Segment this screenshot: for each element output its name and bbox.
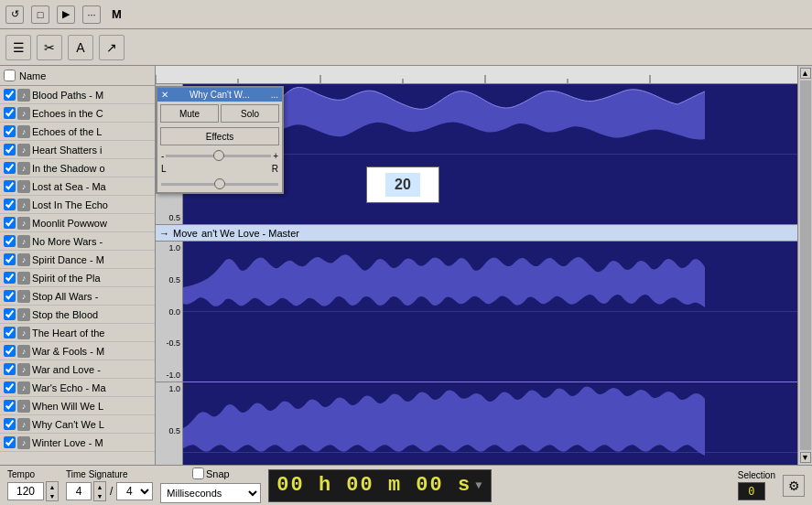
- track-item[interactable]: ♪ Stop the Blood: [0, 306, 155, 324]
- scroll-down-btn[interactable]: ▼: [800, 452, 811, 463]
- time-display: 00 h 00 m 00 s ▼: [268, 469, 492, 502]
- track-list: Name ♪ Blood Paths - M ♪ Echoes in the C…: [0, 66, 156, 465]
- track-icon: ♪: [17, 253, 30, 266]
- track-name: Lost at Sea - Ma: [32, 181, 106, 192]
- track-checkbox[interactable]: [4, 199, 16, 210]
- volume-slider[interactable]: [166, 149, 271, 162]
- track-checkbox[interactable]: [4, 400, 16, 412]
- track-checkbox[interactable]: [4, 381, 16, 393]
- tcp-title: Why Can't W...: [189, 90, 250, 100]
- track-item[interactable]: ♪ Winter Love - M: [0, 434, 155, 452]
- tempo-down-btn[interactable]: ▼: [47, 491, 58, 500]
- number-popup: 20: [366, 167, 439, 203]
- track-checkbox[interactable]: [4, 436, 16, 448]
- scroll-thumb[interactable]: [800, 81, 811, 450]
- track-item[interactable]: ♪ In the Shadow o: [0, 159, 155, 177]
- track-item[interactable]: ♪ Moonlit Powwow: [0, 214, 155, 232]
- track-item[interactable]: ♪ Spirit Dance - M: [0, 251, 155, 269]
- track-item[interactable]: ♪ War & Fools - M: [0, 342, 155, 360]
- track-checkbox[interactable]: [4, 144, 16, 156]
- tempo-section: Tempo ▲ ▼: [7, 469, 59, 501]
- selection-row: 0: [738, 482, 775, 500]
- track-checkbox[interactable]: [4, 418, 16, 430]
- track-item[interactable]: ♪ Blood Paths - M: [0, 86, 155, 104]
- track-checkbox[interactable]: [4, 180, 16, 192]
- track-checkbox[interactable]: [4, 162, 16, 174]
- time-sig-den-select[interactable]: 4 8 2: [116, 482, 153, 500]
- app-title: M: [112, 7, 122, 21]
- track-item[interactable]: ♪ Lost In The Echo: [0, 196, 155, 214]
- track-checkbox[interactable]: [4, 345, 16, 357]
- track-item[interactable]: ♪ When Will We L: [0, 397, 155, 415]
- mute-button[interactable]: Mute: [160, 104, 219, 123]
- track-row-2: 1.0 0.5 0.0 -0.5 -1.0: [156, 242, 797, 382]
- scroll-up-btn[interactable]: ▲: [800, 68, 811, 79]
- track-item[interactable]: ♪ Why Can't We L: [0, 415, 155, 434]
- y-label: 0.0: [168, 307, 180, 317]
- effects-button[interactable]: Effects: [160, 127, 279, 145]
- time-display-arrow[interactable]: ▼: [475, 479, 483, 492]
- track-item[interactable]: ♪ Lost at Sea - Ma: [0, 177, 155, 196]
- track-item[interactable]: ♪ The Heart of the: [0, 324, 155, 342]
- menu-tool-button[interactable]: ☰: [5, 35, 31, 60]
- track-checkbox[interactable]: [4, 89, 16, 101]
- track-icon: ♪: [17, 162, 30, 175]
- tempo-input-row: ▲ ▼: [7, 481, 59, 501]
- track-item[interactable]: ♪ Spirit of the Pla: [0, 269, 155, 287]
- track-checkbox[interactable]: [4, 253, 16, 265]
- track-icon: ♪: [17, 327, 30, 339]
- move-arrow: →: [159, 228, 169, 239]
- track-checkbox[interactable]: [4, 290, 16, 302]
- track-checkbox[interactable]: [4, 272, 16, 284]
- undo-button[interactable]: ↺: [5, 5, 24, 24]
- tempo-up-btn[interactable]: ▲: [47, 482, 58, 491]
- track-icon: ♪: [17, 199, 30, 211]
- time-sig-num-down[interactable]: ▼: [94, 491, 105, 500]
- track-checkbox[interactable]: [4, 308, 16, 320]
- track-item[interactable]: ♪ Echoes in the C: [0, 104, 155, 123]
- time-sig-num-input[interactable]: [66, 482, 92, 500]
- text-tool-button[interactable]: A: [68, 35, 93, 60]
- track-checkbox[interactable]: [4, 363, 16, 375]
- tcp-more-btn[interactable]: ...: [271, 90, 278, 100]
- tempo-spinner[interactable]: ▲ ▼: [46, 481, 59, 501]
- right-scrollbar[interactable]: ▲ ▼: [797, 66, 812, 465]
- track-row-3: 1.0 0.5 0.0 -0.5: [156, 382, 797, 465]
- track-item[interactable]: ♪ Heart Shatters i: [0, 141, 155, 159]
- play-button[interactable]: ▶: [57, 5, 75, 24]
- move-label: Move: [173, 228, 198, 239]
- track-item[interactable]: ♪ No More Wars -: [0, 232, 155, 251]
- ruler: [156, 66, 797, 84]
- tcp-close-btn[interactable]: ✕: [161, 90, 168, 100]
- track-icon: ♪: [17, 363, 30, 376]
- tempo-input[interactable]: [7, 482, 44, 500]
- select-all-checkbox[interactable]: [4, 70, 16, 81]
- cut-tool-button[interactable]: ✂: [37, 35, 62, 60]
- volume-minus-label: -: [161, 151, 164, 161]
- track-item[interactable]: ♪ Echoes of the L: [0, 123, 155, 141]
- track-checkbox[interactable]: [4, 235, 16, 247]
- name-column-header: Name: [19, 70, 46, 81]
- bottom-toolbar: Tempo ▲ ▼ Time Signature ▲ ▼ / 4 8 2: [0, 465, 812, 505]
- pan-slider[interactable]: [161, 177, 278, 190]
- settings-button[interactable]: ⚙: [783, 475, 805, 497]
- solo-button[interactable]: Solo: [221, 104, 279, 123]
- more-button[interactable]: ···: [82, 5, 101, 24]
- track-checkbox[interactable]: [4, 217, 16, 229]
- track-name: Echoes of the L: [32, 126, 102, 137]
- track-checkbox[interactable]: [4, 107, 16, 119]
- track-checkbox[interactable]: [4, 327, 16, 338]
- time-sig-num-up[interactable]: ▲: [94, 482, 105, 491]
- track-item[interactable]: ♪ War's Echo - Ma: [0, 379, 155, 397]
- y-label: -0.5: [166, 338, 180, 348]
- snap-checkbox[interactable]: [192, 467, 204, 479]
- new-button[interactable]: □: [31, 5, 49, 24]
- milliseconds-select[interactable]: Milliseconds Seconds Minutes Bars Sample…: [160, 483, 261, 503]
- time-sig-num-spinner[interactable]: ▲ ▼: [93, 481, 106, 501]
- track-item[interactable]: ♪ Stop All Wars -: [0, 287, 155, 306]
- track-item[interactable]: ♪ War and Love -: [0, 360, 155, 379]
- track-checkbox[interactable]: [4, 125, 16, 137]
- svg-rect-0: [156, 66, 797, 84]
- arrow-tool-button[interactable]: ↗: [99, 35, 125, 60]
- track-icon: ♪: [17, 144, 30, 156]
